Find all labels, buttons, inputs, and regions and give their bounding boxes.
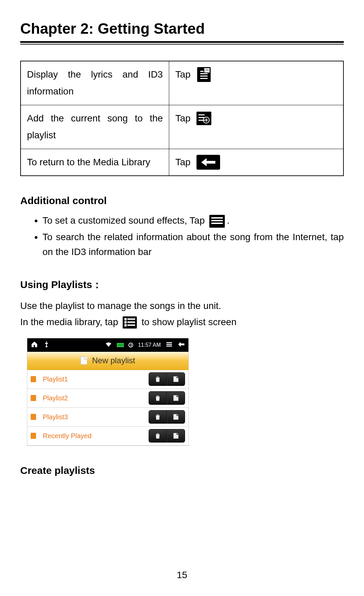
bullet-item: To search the related information about … — [42, 230, 344, 259]
wifi-icon — [105, 341, 112, 349]
edit-playlist-button[interactable] — [167, 372, 185, 386]
status-bar: 11:57 AM — [27, 338, 188, 352]
tap-label: Tap — [175, 110, 190, 127]
back-arrow-icon[interactable] — [178, 341, 185, 349]
playlist-row[interactable]: Playlist2 — [27, 389, 188, 408]
bullet-suffix: . — [227, 215, 230, 226]
controls-table: Display the lyrics and ID3 information T… — [20, 61, 344, 176]
bullet-item: To set a customized sound effects, Tap . — [42, 213, 344, 228]
usb-icon — [43, 341, 50, 349]
line2-prefix: In the media library, tap — [20, 317, 118, 327]
playlist-row[interactable]: Playlist1 — [27, 370, 188, 389]
chapter-title: Chapter 2: Getting Started — [20, 20, 344, 37]
new-playlist-label: New playlist — [92, 356, 135, 365]
new-playlist-button[interactable]: New playlist — [27, 352, 188, 370]
battery-icon — [117, 343, 124, 347]
using-playlists-intro: Use the playlist to manage the songs in … — [20, 299, 344, 313]
bullet-text: To search the related information about … — [42, 232, 344, 257]
playlist-row[interactable]: Recently Played — [27, 427, 188, 446]
status-time: 11:57 AM — [138, 342, 161, 348]
control-action-cell: Tap — [169, 105, 343, 149]
edit-playlist-button[interactable] — [167, 410, 185, 424]
playlist-name: Playlist1 — [40, 375, 145, 383]
edit-playlist-button[interactable] — [167, 429, 185, 443]
delete-playlist-button[interactable] — [149, 429, 167, 443]
title-divider — [20, 41, 344, 45]
edit-playlist-button[interactable] — [167, 391, 185, 405]
delete-playlist-button[interactable] — [149, 391, 167, 405]
playlist-name: Playlist2 — [40, 394, 145, 402]
lyrics-icon — [196, 67, 211, 82]
tap-label: Tap — [175, 66, 190, 83]
playlist-badge-icon — [31, 395, 36, 401]
tap-label: Tap — [175, 154, 190, 171]
delete-playlist-button[interactable] — [149, 372, 167, 386]
playlist-badge-icon — [31, 376, 36, 382]
playlist-badge-icon — [31, 414, 36, 420]
add-to-playlist-icon — [196, 111, 211, 126]
create-playlists-heading: Create playlists — [20, 465, 344, 476]
control-desc: To return to the Media Library — [21, 149, 169, 176]
control-desc: Add the current song to the playlist — [21, 105, 169, 149]
playlist-icon — [123, 316, 137, 329]
menu-icon[interactable] — [165, 341, 173, 349]
clock-icon — [128, 343, 133, 347]
control-action-cell: Tap — [169, 61, 343, 105]
additional-control-list: To set a customized sound effects, Tap .… — [20, 213, 344, 259]
control-desc: Display the lyrics and ID3 information — [21, 61, 169, 105]
playlist-screenshot: 11:57 AM New playlist Playlist1 Playlist… — [27, 338, 189, 446]
playlist-name: Recently Played — [40, 432, 145, 440]
page-number: 15 — [0, 570, 364, 580]
home-icon[interactable] — [31, 341, 38, 349]
control-action-cell: Tap — [169, 149, 343, 176]
additional-control-heading: Additional control — [20, 195, 344, 206]
playlist-badge-icon — [31, 433, 36, 439]
new-playlist-icon — [81, 357, 87, 365]
equalizer-icon — [209, 215, 225, 228]
back-icon — [196, 155, 220, 170]
using-playlists-heading: Using Playlists： — [20, 278, 344, 292]
delete-playlist-button[interactable] — [149, 410, 167, 424]
line2-suffix: to show playlist screen — [142, 317, 237, 327]
playlist-row[interactable]: Playlist3 — [27, 408, 188, 427]
bullet-text: To set a customized sound effects, Tap — [42, 215, 205, 226]
playlist-name: Playlist3 — [40, 413, 145, 421]
using-playlists-line2: In the media library, tap to show playli… — [20, 315, 344, 329]
